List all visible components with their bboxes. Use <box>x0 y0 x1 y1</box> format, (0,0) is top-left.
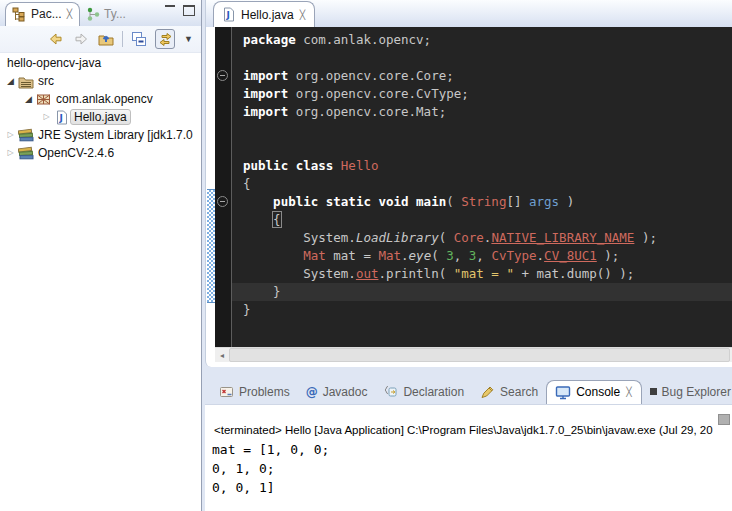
close-icon[interactable]: ╳ <box>625 387 632 397</box>
code-line[interactable] <box>243 121 732 139</box>
console-output-line: 0, 1, 0; <box>212 459 732 478</box>
tab-label: Search <box>500 385 538 399</box>
tab-package-explorer[interactable]: Pac... ╳ <box>5 2 80 26</box>
link-with-editor-icon[interactable] <box>155 29 175 49</box>
collapse-all-icon[interactable] <box>130 30 148 48</box>
minimize-icon[interactable] <box>165 5 175 15</box>
go-into-icon[interactable] <box>97 30 115 48</box>
tab-label: Bug Explorer <box>662 385 731 399</box>
console-output-line: mat = [1, 0, 0; <box>212 440 732 459</box>
close-icon[interactable]: ╳ <box>66 9 73 19</box>
code-line[interactable]: import org.opencv.core.Mat; <box>243 103 732 121</box>
tab-type-hierarchy[interactable]: Ty... <box>80 2 132 26</box>
package-folder-icon <box>17 74 34 89</box>
tree-item-label: OpenCV-2.4.6 <box>34 145 118 161</box>
expand-arrow-icon[interactable]: ▷ <box>40 108 53 126</box>
code-line[interactable]: Mat mat = Mat.eye( 3, 3, CvType.CV_8UC1 … <box>243 247 732 265</box>
code-line[interactable]: System.LoadLibrary( Core.NATIVE_LIBRARY_… <box>243 229 732 247</box>
console-tab-search[interactable]: Search <box>472 380 546 404</box>
tree-item-jre-system-library-jdk1-7-0[interactable]: ▷JRE System Library [jdk1.7.0 <box>0 126 201 144</box>
tab-label: Problems <box>239 385 290 399</box>
folding-ruler[interactable] <box>215 27 231 347</box>
svg-text:J: J <box>226 10 230 20</box>
package-explorer-icon <box>12 7 27 22</box>
toolbar-separator <box>122 31 123 47</box>
console-toolbar <box>205 405 732 423</box>
code-line[interactable]: import org.opencv.core.CvType; <box>243 85 732 103</box>
maximize-icon[interactable] <box>183 5 195 16</box>
tree-item-label: src <box>34 73 58 89</box>
forward-icon[interactable] <box>72 30 90 48</box>
console-tab-declaration[interactable]: Declaration <box>375 380 472 404</box>
editor-and-console-area: J Hello.java ╳ package com.anlak.opencv;… <box>202 0 732 511</box>
project-tree: hello-opencv-java◢src◢com.anlak.opencv▷J… <box>0 53 201 162</box>
svg-text:J: J <box>58 113 62 123</box>
code-line[interactable]: } <box>243 301 732 319</box>
code-line[interactable]: import org.opencv.core.Core; <box>243 67 732 85</box>
javadoc-icon: @ <box>306 385 318 399</box>
collapse-arrow-icon[interactable]: ◢ <box>22 90 35 108</box>
code-line[interactable]: { <box>243 211 732 229</box>
scrollbar-thumb[interactable] <box>229 348 730 362</box>
tab-hello-java[interactable]: J Hello.java ╳ <box>213 1 315 27</box>
code-line[interactable]: System.out.println( "mat = " + mat.dump(… <box>243 265 732 283</box>
tree-item-label: com.anlak.opencv <box>52 91 157 107</box>
console-icon <box>555 385 571 400</box>
code-line[interactable] <box>243 139 732 157</box>
console-tabbar: Problems@JavadocDeclarationSearchConsole… <box>205 378 732 404</box>
tree-item-com-anlak-opencv[interactable]: ◢com.anlak.opencv <box>0 90 201 108</box>
java-file-icon: J <box>222 7 236 22</box>
tab-label: Javadoc <box>323 385 368 399</box>
editor-container: J Hello.java ╳ package com.anlak.opencv;… <box>205 0 732 367</box>
code-line[interactable] <box>243 49 732 67</box>
java-file-icon: J <box>53 110 70 125</box>
fold-collapse-icon[interactable] <box>217 70 228 81</box>
annotation-ruler[interactable] <box>207 27 215 347</box>
tree-item-hello-opencv-java[interactable]: hello-opencv-java <box>0 54 201 72</box>
console-tab-console[interactable]: Console╳ <box>546 380 641 404</box>
scroll-left-icon[interactable]: ◂ <box>215 351 229 360</box>
type-hierarchy-icon <box>86 7 100 21</box>
tree-item-label: Hello.java <box>70 109 131 125</box>
console-tab-javadoc[interactable]: @Javadoc <box>298 380 376 404</box>
console-tab-problems[interactable]: Problems <box>211 380 298 404</box>
tree-item-hello-java[interactable]: ▷JHello.java <box>0 108 201 126</box>
code-area[interactable]: package com.anlak.opencv; import org.ope… <box>231 27 732 347</box>
code-line[interactable]: { <box>243 175 732 193</box>
code-line[interactable]: public static void main( String[] args ) <box>243 193 732 211</box>
console-output: mat = [1, 0, 0; 0, 1, 0; 0, 0, 1] <box>212 440 732 497</box>
tree-item-src[interactable]: ◢src <box>0 72 201 90</box>
tab-label: Declaration <box>403 385 464 399</box>
tab-label: Ty... <box>104 7 126 21</box>
panel-window-buttons <box>165 5 195 16</box>
editor-horizontal-scrollbar[interactable]: ◂ <box>215 347 732 362</box>
problems-icon <box>219 385 234 399</box>
expand-arrow-icon[interactable]: ▷ <box>4 144 17 162</box>
package-explorer-panel: Pac... ╳ Ty... ▼ hell <box>0 0 202 511</box>
range-indicator <box>207 189 215 303</box>
library-icon <box>17 146 34 161</box>
code-line-current[interactable]: } <box>232 283 732 301</box>
view-menu-icon[interactable]: ▼ <box>182 34 195 44</box>
code-line[interactable]: public class Hello <box>243 157 732 175</box>
back-icon[interactable] <box>47 30 65 48</box>
code-line[interactable]: package com.anlak.opencv; <box>243 31 732 49</box>
tree-item-label: JRE System Library [jdk1.7.0 <box>34 127 197 143</box>
left-panel-tabbar: Pac... ╳ Ty... <box>0 0 201 26</box>
fold-collapse-icon[interactable] <box>217 196 228 207</box>
library-icon <box>17 128 34 143</box>
console-toolbar-icon[interactable] <box>718 414 730 425</box>
editor-tabbar: J Hello.java ╳ <box>206 0 732 27</box>
editor-body: package com.anlak.opencv; import org.ope… <box>207 27 732 347</box>
close-icon[interactable]: ╳ <box>299 10 306 20</box>
package-explorer-toolbar: ▼ <box>0 26 201 53</box>
tree-item-opencv-2-4-6[interactable]: ▷OpenCV-2.4.6 <box>0 144 201 162</box>
expand-arrow-icon[interactable]: ▷ <box>4 126 17 144</box>
console-tab-bug-explorer[interactable]: Bug Explorer <box>642 380 732 404</box>
collapse-arrow-icon[interactable]: ◢ <box>4 72 17 90</box>
bug-icon <box>650 388 657 395</box>
tab-label: Pac... <box>31 7 62 21</box>
search-icon <box>480 385 495 399</box>
console-body: <terminated> Hello [Java Application] C:… <box>205 404 732 511</box>
tab-label: Hello.java <box>241 8 294 22</box>
